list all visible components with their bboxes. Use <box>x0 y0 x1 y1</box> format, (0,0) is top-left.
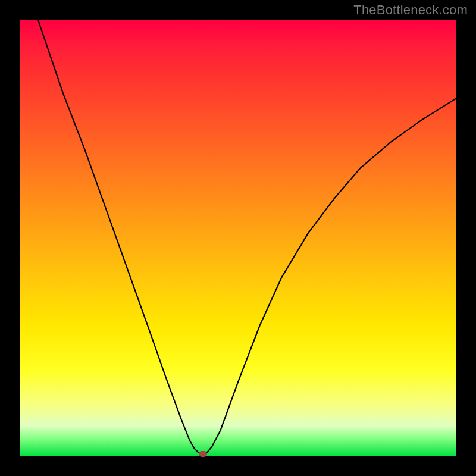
plot-background-gradient <box>20 20 456 456</box>
chart-frame: TheBottleneck.com <box>0 0 476 476</box>
watermark-text: TheBottleneck.com <box>353 2 468 18</box>
